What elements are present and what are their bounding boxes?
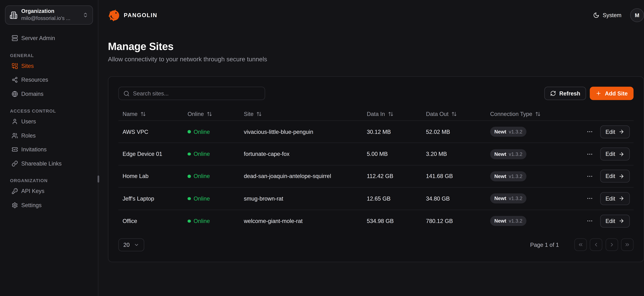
row-actions-cell: Edit <box>562 148 634 160</box>
refresh-icon <box>550 90 556 96</box>
column-header-data-in[interactable]: Data In <box>367 111 393 117</box>
ellipsis-icon <box>586 173 593 180</box>
column-header-online[interactable]: Online <box>188 111 212 117</box>
building-icon <box>10 11 18 19</box>
arrow-up-down-icon <box>452 111 457 116</box>
connection-type-cell: Newt v1.3.2 <box>487 171 562 181</box>
column-header-data-out[interactable]: Data Out <box>426 111 457 117</box>
page-subtitle: Allow connectivity to your network throu… <box>108 56 644 62</box>
arrow-right-icon <box>618 174 624 179</box>
edit-button[interactable]: Edit <box>600 214 630 228</box>
ticket-icon <box>12 146 18 153</box>
site-name-cell: Jeff's Laptop <box>118 196 184 202</box>
org-selector[interactable]: Organization milo@fossorial.io's ... <box>5 6 93 24</box>
sidebar-item-server-admin[interactable]: Server Admin <box>5 31 93 45</box>
connection-type-badge: Newt v1.3.2 <box>490 194 527 204</box>
column-header-site[interactable]: Site <box>244 111 262 117</box>
edit-button[interactable]: Edit <box>600 170 630 183</box>
key-icon <box>12 188 18 194</box>
online-status-dot <box>188 152 190 156</box>
row-actions-menu-button[interactable] <box>586 172 594 180</box>
gear-icon <box>12 202 18 208</box>
edit-button[interactable]: Edit <box>600 148 630 160</box>
table-row: Home Lab Online dead-san-joaquin-antelop… <box>118 166 634 188</box>
row-actions-menu-button[interactable] <box>586 217 594 225</box>
avatar[interactable]: M <box>630 8 644 22</box>
sidebar-item-sites[interactable]: Sites <box>5 59 93 73</box>
arrow-up-down-icon <box>256 111 262 116</box>
sites-table: Name Online Site Data In Data Out Connec… <box>118 107 634 232</box>
arrow-up-down-icon <box>535 111 540 116</box>
online-status-dot <box>188 130 190 133</box>
sidebar-item-domains[interactable]: Domains <box>5 87 93 101</box>
sites-card: Refresh Add Site Name Online Site Data I… <box>108 76 644 262</box>
user-icon <box>12 118 18 125</box>
sites-toolbar: Refresh Add Site <box>118 87 634 100</box>
chevron-left-icon <box>593 242 599 248</box>
sidebar-item-users[interactable]: Users <box>5 115 93 128</box>
data-out-cell: 780.12 GB <box>422 218 487 224</box>
section-heading-general: GENERAL <box>5 52 93 59</box>
sidebar-item-roles[interactable]: Roles <box>5 128 93 142</box>
sidebar-item-settings[interactable]: Settings <box>5 198 93 212</box>
data-in-cell: 30.12 MB <box>362 129 422 135</box>
edit-button[interactable]: Edit <box>600 192 630 205</box>
chevron-down-icon <box>134 242 139 248</box>
last-page-button[interactable] <box>621 238 634 251</box>
connection-type-badge: Newt v1.3.2 <box>490 171 527 181</box>
connection-type-cell: Newt v1.3.2 <box>487 149 562 159</box>
connection-type-badge: Newt v1.3.2 <box>490 216 527 226</box>
table-row: Office Online welcome-giant-mole-rat 534… <box>118 210 634 232</box>
sidebar-item-resources[interactable]: Resources <box>5 73 93 87</box>
column-header-connection-type[interactable]: Connection Type <box>490 111 541 117</box>
brand-logo[interactable]: PANGOLIN <box>108 9 158 22</box>
search-input[interactable] <box>133 90 260 96</box>
row-actions-menu-button[interactable] <box>586 128 594 136</box>
chevrons-right-icon <box>624 242 630 248</box>
sidebar-item-label: Sites <box>21 63 34 69</box>
chevrons-up-down-icon <box>82 12 88 18</box>
add-site-label: Add Site <box>605 90 628 96</box>
row-actions-menu-button[interactable] <box>586 150 594 158</box>
online-status-cell: Online <box>184 173 240 180</box>
server-icon <box>12 35 18 42</box>
connection-version: v1.3.2 <box>509 218 522 224</box>
next-page-button[interactable] <box>605 238 618 251</box>
arrow-up-down-icon <box>207 111 212 116</box>
data-in-cell: 112.42 GB <box>362 173 422 180</box>
add-site-button[interactable]: Add Site <box>590 87 634 100</box>
online-status-label: Online <box>194 196 210 202</box>
connection-name: Newt <box>494 196 506 202</box>
connection-type-cell: Newt v1.3.2 <box>487 127 562 137</box>
chevrons-left-icon <box>578 242 583 248</box>
connection-type-badge: Newt v1.3.2 <box>490 149 527 159</box>
first-page-button[interactable] <box>574 238 587 251</box>
theme-toggle[interactable]: System <box>593 12 622 18</box>
page-title: Manage Sites <box>108 40 644 52</box>
site-tunnel-cell: dead-san-joaquin-antelope-squirrel <box>240 173 363 180</box>
prev-page-button[interactable] <box>590 238 602 251</box>
table-footer: 20 Page 1 of 1 <box>118 238 634 251</box>
app-root: Organization milo@fossorial.io's ... Ser… <box>0 0 644 296</box>
sidebar-item-invitations[interactable]: Invitations <box>5 142 93 156</box>
page-size-select[interactable]: 20 <box>118 238 144 251</box>
refresh-button[interactable]: Refresh <box>544 87 586 100</box>
data-in-cell: 5.00 MB <box>362 151 422 157</box>
data-out-cell: 141.68 GB <box>422 173 487 180</box>
connection-version: v1.3.2 <box>509 196 522 202</box>
arrow-up-down-icon <box>140 111 146 116</box>
row-actions-menu-button[interactable] <box>586 194 594 203</box>
sidebar-item-api-keys[interactable]: API Keys <box>5 184 93 198</box>
page-indicator: Page 1 of 1 <box>530 242 559 248</box>
sidebar-item-shareable-links[interactable]: Shareable Links <box>5 156 93 170</box>
search-box <box>118 87 265 100</box>
site-tunnel-cell: smug-brown-rat <box>240 196 363 202</box>
page-size-value: 20 <box>124 242 130 248</box>
sidebar-item-label: Shareable Links <box>21 160 62 167</box>
org-subtitle: milo@fossorial.io's ... <box>21 15 79 22</box>
connection-version: v1.3.2 <box>509 174 522 179</box>
online-status-cell: Online <box>184 151 240 157</box>
column-header-name[interactable]: Name <box>122 111 146 117</box>
connection-type-cell: Newt v1.3.2 <box>487 216 562 226</box>
edit-button[interactable]: Edit <box>600 125 630 138</box>
